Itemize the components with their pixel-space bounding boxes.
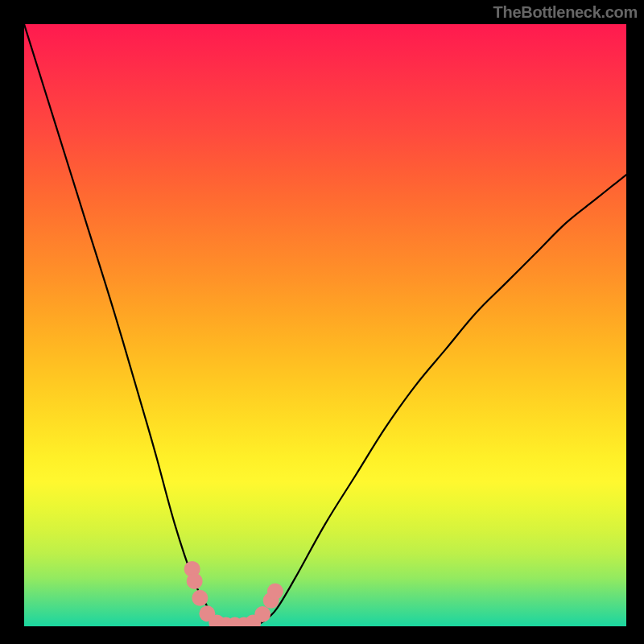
attribution-watermark: TheBottleneck.com [493, 3, 638, 22]
curve-marker [254, 606, 270, 622]
chart-svg [24, 24, 626, 626]
curve-marker [187, 573, 203, 589]
curve-marker [267, 584, 283, 600]
bottleneck-curve [24, 24, 626, 626]
chart-frame: TheBottleneck.com [0, 0, 644, 644]
plot-area [24, 24, 626, 626]
marker-group [184, 561, 283, 626]
curve-marker [192, 590, 208, 606]
